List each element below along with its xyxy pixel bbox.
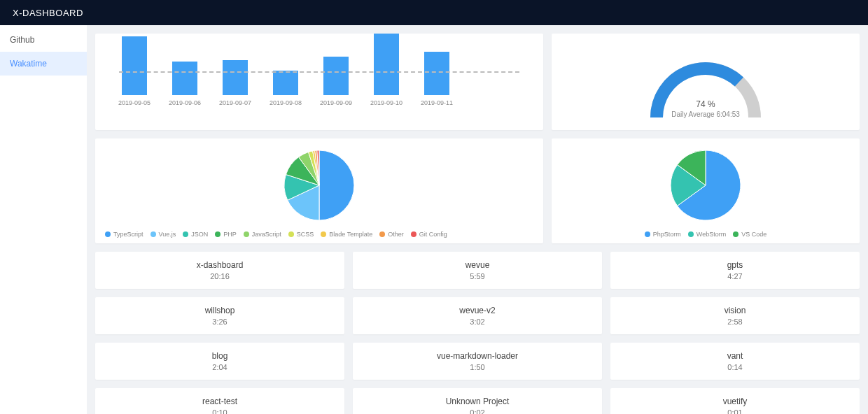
legend-swatch xyxy=(215,231,220,237)
project-time: 2:58 xyxy=(616,317,854,326)
project-name: x-dashboard xyxy=(101,260,339,270)
legend-swatch xyxy=(244,231,249,237)
legend-swatch xyxy=(183,231,188,237)
project-card[interactable]: gpts4:27 xyxy=(610,252,860,289)
app-header: X-DASHBOARD xyxy=(0,0,868,25)
editors-pie-card: PhpStormWebStormVS Code xyxy=(552,138,860,243)
bar xyxy=(122,36,147,95)
project-name: gpts xyxy=(616,260,854,270)
daily-average-gauge-card: 74 % Daily Average 6:04:53 xyxy=(552,34,860,130)
project-card[interactable]: react-test0:10 xyxy=(95,388,344,414)
gauge-percent-label: 74 % xyxy=(696,99,715,109)
project-name: blog xyxy=(101,351,339,361)
editors-pie-chart xyxy=(667,147,744,224)
project-time: 20:16 xyxy=(101,272,339,280)
languages-pie-card: TypeScriptVue.jsJSONPHPJavaScriptSCSSBla… xyxy=(95,138,543,243)
bar xyxy=(172,62,197,95)
project-name: vision xyxy=(616,306,854,315)
legend-swatch xyxy=(321,231,326,237)
bar-column: 2019-09-11 xyxy=(421,52,452,106)
project-time: 3:02 xyxy=(358,317,596,326)
bar-label: 2019-09-09 xyxy=(320,99,352,106)
project-time: 4:27 xyxy=(616,272,854,280)
sidebar-item-github[interactable]: Github xyxy=(0,28,87,52)
project-name: wevue xyxy=(358,260,596,270)
bar-column: 2019-09-10 xyxy=(371,34,402,106)
legend-label: Blade Template xyxy=(329,231,372,238)
legend-swatch xyxy=(733,231,738,237)
bar-chart-threshold-line xyxy=(119,71,519,73)
legend-item: PHP xyxy=(215,231,237,238)
project-name: react-test xyxy=(101,397,339,406)
bar-label: 2019-09-11 xyxy=(421,99,453,106)
app-title: X-DASHBOARD xyxy=(13,8,83,18)
project-time: 2:04 xyxy=(101,363,339,371)
legend-item: SCSS xyxy=(288,231,314,238)
project-card[interactable]: willshop3:26 xyxy=(95,297,344,334)
bar-column: 2019-09-07 xyxy=(220,60,251,106)
project-card[interactable]: x-dashboard20:16 xyxy=(95,252,344,289)
main-content: 2019-09-052019-09-062019-09-072019-09-08… xyxy=(87,25,868,414)
legend-item: Git Config xyxy=(411,231,447,238)
legend-item: PhpStorm xyxy=(645,231,681,238)
bar xyxy=(424,52,449,95)
project-time: 0:14 xyxy=(616,363,854,371)
bar-column: 2019-09-08 xyxy=(270,71,301,106)
legend-label: SCSS xyxy=(297,231,314,238)
legend-label: VS Code xyxy=(741,231,766,238)
project-time: 1:50 xyxy=(358,363,596,371)
bar xyxy=(374,34,399,95)
project-card[interactable]: wevue5:59 xyxy=(353,252,602,289)
legend-swatch xyxy=(105,231,111,237)
legend-label: WebStorm xyxy=(696,231,726,238)
bar-label: 2019-09-05 xyxy=(118,99,150,106)
project-name: vue-markdown-loader xyxy=(358,351,596,361)
bar-column: 2019-09-06 xyxy=(169,62,200,106)
project-card[interactable]: Unknown Project0:02 xyxy=(353,388,602,414)
bar-label: 2019-09-08 xyxy=(270,99,302,106)
legend-item: Blade Template xyxy=(321,231,372,238)
legend-swatch xyxy=(688,231,694,237)
bar-label: 2019-09-10 xyxy=(370,99,402,106)
bar-label: 2019-09-06 xyxy=(169,99,201,106)
project-name: vant xyxy=(616,351,854,361)
gauge-subtitle: Daily Average 6:04:53 xyxy=(671,110,740,118)
project-time: 0:01 xyxy=(616,408,854,414)
bar-column: 2019-09-09 xyxy=(321,57,351,106)
bar-label: 2019-09-07 xyxy=(219,99,251,106)
sidebar-item-wakatime[interactable]: Wakatime xyxy=(0,52,87,76)
legend-item: VS Code xyxy=(733,231,766,238)
legend-label: PhpStorm xyxy=(653,231,681,238)
project-time: 3:26 xyxy=(101,317,339,326)
legend-label: TypeScript xyxy=(113,231,144,238)
bar xyxy=(223,60,248,95)
bar xyxy=(273,71,298,95)
legend-label: PHP xyxy=(223,231,237,238)
legend-item: Vue.js xyxy=(150,231,176,238)
project-time: 0:02 xyxy=(358,408,596,414)
project-name: willshop xyxy=(101,306,339,315)
legend-swatch xyxy=(150,231,156,237)
languages-legend: TypeScriptVue.jsJSONPHPJavaScriptSCSSBla… xyxy=(105,225,533,238)
pie-slice xyxy=(319,150,354,220)
legend-item: JavaScript xyxy=(244,231,281,238)
legend-label: JSON xyxy=(191,231,208,238)
bar xyxy=(323,57,349,95)
sidebar: GithubWakatime xyxy=(0,25,87,414)
project-name: Unknown Project xyxy=(358,397,596,406)
legend-swatch xyxy=(379,231,385,237)
legend-label: JavaScript xyxy=(252,231,281,238)
legend-swatch xyxy=(411,231,416,237)
project-card[interactable]: blog2:04 xyxy=(95,343,344,380)
project-card[interactable]: vuetify0:01 xyxy=(610,388,860,414)
project-name: vuetify xyxy=(616,397,854,406)
legend-item: WebStorm xyxy=(688,231,726,238)
legend-label: Vue.js xyxy=(159,231,176,238)
project-name: wevue-v2 xyxy=(358,306,596,315)
legend-swatch xyxy=(288,231,294,237)
project-card[interactable]: vision2:58 xyxy=(610,297,860,334)
project-card[interactable]: vue-markdown-loader1:50 xyxy=(353,343,602,380)
project-card[interactable]: vant0:14 xyxy=(610,343,860,380)
legend-swatch xyxy=(645,231,650,237)
project-card[interactable]: wevue-v23:02 xyxy=(353,297,602,334)
